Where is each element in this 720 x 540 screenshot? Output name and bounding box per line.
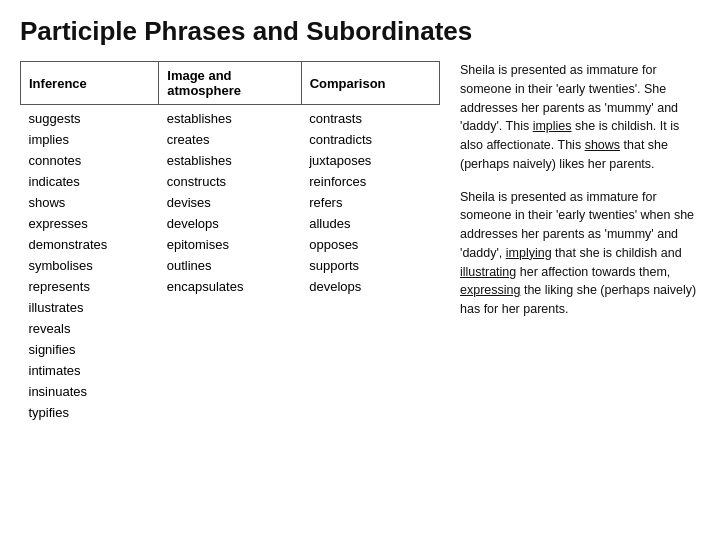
vocabulary-table: Inference Image and atmosphere Compariso… <box>20 61 440 423</box>
table-cell: alludes <box>301 213 439 234</box>
table-row: indicatesconstructsreinforces <box>21 171 440 192</box>
table-cell: outlines <box>159 255 301 276</box>
table-cell: establishes <box>159 105 301 130</box>
table-cell <box>159 297 301 318</box>
table-row: suggestsestablishescontrasts <box>21 105 440 130</box>
table-row: expressesdevelopsalludes <box>21 213 440 234</box>
table-row: connotesestablishesjuxtaposes <box>21 150 440 171</box>
table-row: impliescreatescontradicts <box>21 129 440 150</box>
main-layout: Inference Image and atmosphere Compariso… <box>20 61 700 433</box>
table-cell <box>301 381 439 402</box>
table-cell: intimates <box>21 360 159 381</box>
table-cell: symbolises <box>21 255 159 276</box>
table-cell: establishes <box>159 150 301 171</box>
table-cell: encapsulates <box>159 276 301 297</box>
table-cell: contradicts <box>301 129 439 150</box>
table-row: intimates <box>21 360 440 381</box>
table-cell: constructs <box>159 171 301 192</box>
table-cell <box>301 339 439 360</box>
table-cell: epitomises <box>159 234 301 255</box>
table-cell: reveals <box>21 318 159 339</box>
table-cell: shows <box>21 192 159 213</box>
table-cell: develops <box>301 276 439 297</box>
table-row: representsencapsulatesdevelops <box>21 276 440 297</box>
header-image: Image and atmosphere <box>159 62 301 105</box>
paragraph-1: Sheila is presented as immature for some… <box>460 61 700 174</box>
table-cell: expresses <box>21 213 159 234</box>
table-row: showsdevisesrefers <box>21 192 440 213</box>
table-cell: typifies <box>21 402 159 423</box>
table-cell <box>301 318 439 339</box>
table-cell <box>159 381 301 402</box>
table-cell: creates <box>159 129 301 150</box>
table-cell: juxtaposes <box>301 150 439 171</box>
header-inference: Inference <box>21 62 159 105</box>
table-row: illustrates <box>21 297 440 318</box>
right-section: Sheila is presented as immature for some… <box>460 61 700 433</box>
table-cell <box>301 360 439 381</box>
table-row: demonstratesepitomisesopposes <box>21 234 440 255</box>
table-cell: suggests <box>21 105 159 130</box>
table-row: insinuates <box>21 381 440 402</box>
table-cell <box>159 402 301 423</box>
table-row: symbolisesoutlinessupports <box>21 255 440 276</box>
table-cell: implies <box>21 129 159 150</box>
table-cell: opposes <box>301 234 439 255</box>
table-row: reveals <box>21 318 440 339</box>
table-cell: reinforces <box>301 171 439 192</box>
table-row: signifies <box>21 339 440 360</box>
page-title: Participle Phrases and Subordinates <box>20 16 700 47</box>
table-cell <box>159 360 301 381</box>
table-cell: illustrates <box>21 297 159 318</box>
table-cell: demonstrates <box>21 234 159 255</box>
table-cell: signifies <box>21 339 159 360</box>
paragraph-2: Sheila is presented as immature for some… <box>460 188 700 319</box>
table-row: typifies <box>21 402 440 423</box>
table-cell: connotes <box>21 150 159 171</box>
table-cell <box>159 318 301 339</box>
table-cell <box>159 339 301 360</box>
header-comparison: Comparison <box>301 62 439 105</box>
table-cell <box>301 402 439 423</box>
table-cell: indicates <box>21 171 159 192</box>
table-cell: devises <box>159 192 301 213</box>
table-cell: refers <box>301 192 439 213</box>
table-cell <box>301 297 439 318</box>
table-cell: supports <box>301 255 439 276</box>
left-section: Inference Image and atmosphere Compariso… <box>20 61 440 433</box>
table-cell: represents <box>21 276 159 297</box>
table-cell: insinuates <box>21 381 159 402</box>
table-cell: contrasts <box>301 105 439 130</box>
table-cell: develops <box>159 213 301 234</box>
